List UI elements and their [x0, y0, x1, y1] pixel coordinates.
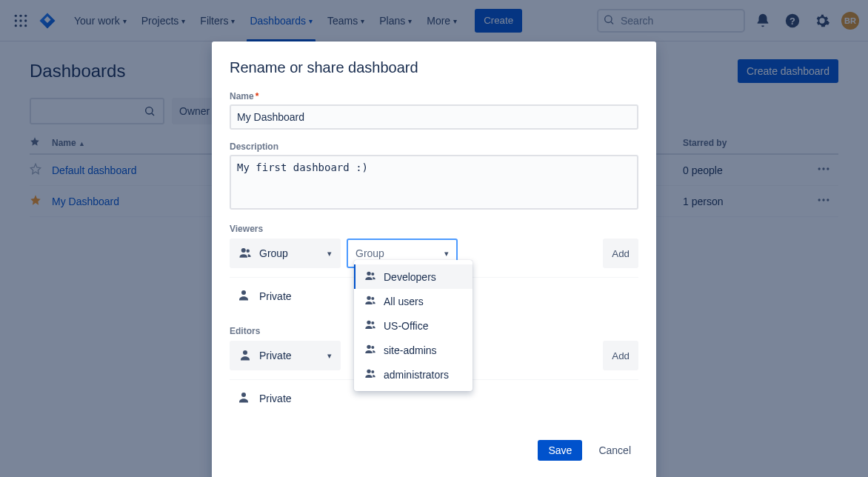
- svg-point-21: [241, 248, 246, 253]
- dropdown-option[interactable]: administrators: [354, 362, 473, 387]
- dropdown-label: Developers: [384, 271, 436, 283]
- select-placeholder: Group: [355, 247, 444, 259]
- select-value: Private: [259, 350, 327, 361]
- chevron-down-icon: ▾: [444, 249, 449, 258]
- svg-point-27: [371, 273, 374, 276]
- dropdown-label: administrators: [384, 369, 449, 381]
- chevron-down-icon: ▾: [327, 351, 332, 361]
- description-input[interactable]: [230, 155, 638, 210]
- svg-point-30: [367, 321, 370, 324]
- dropdown-option[interactable]: Developers: [354, 264, 473, 289]
- group-icon: [364, 367, 376, 381]
- group-icon: [364, 343, 376, 357]
- editor-type-select[interactable]: Private ▾: [230, 341, 341, 370]
- person-icon: [238, 348, 252, 364]
- description-label: Description: [230, 141, 638, 152]
- svg-point-26: [367, 272, 370, 276]
- dropdown-option[interactable]: US-Office: [354, 313, 473, 338]
- svg-point-33: [371, 346, 374, 349]
- chevron-down-icon: ▾: [327, 249, 332, 258]
- svg-point-32: [367, 345, 370, 349]
- group-dropdown: Developers All users US-Office site-admi…: [354, 260, 473, 391]
- svg-point-25: [241, 393, 246, 397]
- select-value: Group: [259, 247, 327, 259]
- svg-point-24: [243, 350, 247, 355]
- group-icon: [364, 318, 376, 333]
- dropdown-option[interactable]: site-admins: [354, 338, 473, 362]
- name-label: Name*: [230, 91, 638, 101]
- svg-point-28: [367, 296, 370, 300]
- dropdown-option[interactable]: All users: [354, 289, 473, 313]
- group-icon: [364, 294, 376, 308]
- svg-point-29: [371, 297, 374, 300]
- dropdown-label: All users: [384, 296, 424, 307]
- group-icon: [238, 246, 252, 261]
- viewers-label: Viewers: [230, 224, 638, 234]
- save-button[interactable]: Save: [538, 440, 582, 461]
- dropdown-label: US-Office: [384, 320, 428, 332]
- rename-share-modal: Rename or share dashboard Name* Descript…: [212, 41, 656, 477]
- group-icon: [364, 270, 376, 284]
- add-editor-button[interactable]: Add: [603, 341, 638, 370]
- cancel-button[interactable]: Cancel: [591, 440, 638, 461]
- person-icon: [237, 390, 250, 406]
- name-input[interactable]: [230, 104, 638, 130]
- add-viewer-button[interactable]: Add: [603, 238, 638, 268]
- svg-point-34: [367, 370, 370, 373]
- svg-point-22: [247, 249, 250, 253]
- svg-point-35: [371, 370, 374, 373]
- dropdown-label: site-admins: [384, 344, 437, 356]
- viewer-entry-label: Private: [259, 290, 292, 302]
- svg-point-31: [371, 321, 374, 324]
- svg-point-23: [241, 290, 246, 295]
- viewer-type-select[interactable]: Group ▾: [230, 238, 341, 268]
- modal-title: Rename or share dashboard: [230, 59, 638, 76]
- person-icon: [237, 288, 250, 304]
- editor-entry-label: Private: [259, 393, 292, 404]
